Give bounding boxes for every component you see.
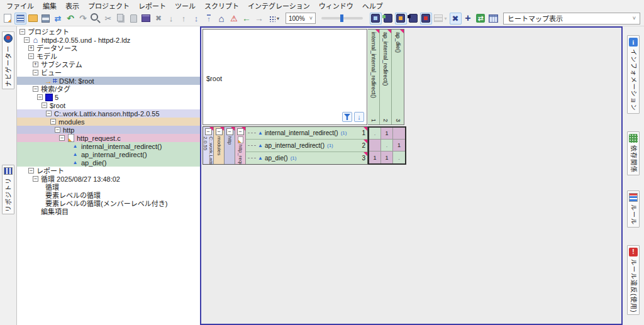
dsm-row-header[interactable]: ▲ap_die()(1)3 <box>246 152 367 164</box>
dsm-column-header[interactable]: ap_die()3 <box>392 30 404 124</box>
tree-item[interactable]: 要素レベルの循環(メンバーレベル付き) <box>17 199 200 207</box>
dsm-cell[interactable]: . <box>381 140 393 151</box>
tree-expander-icon[interactable]: − <box>46 111 52 116</box>
tree-expander-icon[interactable]: − <box>37 94 43 100</box>
tree-item[interactable]: 循環 <box>17 183 200 191</box>
go-back-icon[interactable] <box>241 13 253 25</box>
refresh-icon[interactable] <box>52 13 64 25</box>
dsm-group-column[interactable]: −modules <box>214 127 225 164</box>
tree-expander-icon[interactable]: − <box>55 127 60 133</box>
tree-item[interactable]: −modules <box>17 118 200 126</box>
cut-icon[interactable] <box>103 13 114 25</box>
tree-expander-icon[interactable]: − <box>33 176 38 182</box>
dsm-cell[interactable]: . <box>393 151 405 163</box>
menu-item-2[interactable]: 表示 <box>61 0 84 11</box>
tree-item[interactable]: +データソース <box>17 44 200 52</box>
tree-item[interactable]: −ビュー <box>17 69 200 77</box>
tree-item[interactable]: ap_die() <box>17 158 200 167</box>
zoom-select[interactable]: 100% ˅ <box>286 13 316 24</box>
left-tab-ナビゲーター[interactable]: ナビゲーター <box>2 31 14 89</box>
tree-item[interactable]: −$root <box>17 101 200 109</box>
violations-warning-icon[interactable] <box>228 13 240 25</box>
right-tab-依存関係[interactable]: 依存関係 <box>627 131 640 175</box>
tree-item[interactable]: −プロジェクト <box>17 28 200 36</box>
tree-item[interactable]: internal_internal_redirect() <box>17 142 200 150</box>
show-targets-icon[interactable] <box>395 13 407 25</box>
dsm-root-box[interactable]: $root <box>203 29 367 125</box>
move-up-icon[interactable] <box>178 13 190 25</box>
zoom-slider-thumb[interactable] <box>340 14 343 22</box>
filter-button[interactable] <box>342 112 352 122</box>
dsm-column-header[interactable]: ap_internal_redirect()2 <box>380 30 392 124</box>
home-icon[interactable] <box>216 13 228 25</box>
tree-item[interactable]: −モデル <box>17 52 200 60</box>
tree-expander-icon[interactable]: + <box>28 45 34 51</box>
tree-expander-icon[interactable]: − <box>42 102 47 108</box>
tree-expander-icon[interactable]: − <box>33 70 38 75</box>
show-sources-icon[interactable] <box>382 13 394 25</box>
tree-item[interactable]: −C:.work.Lattix.hanson.httpd-2.0.55 <box>17 109 200 118</box>
dsm-row-header[interactable]: ▲ap_internal_redirect()(1)2 <box>246 140 367 152</box>
tree-item[interactable]: −検索/タグ <box>17 85 200 93</box>
show-violation-cells-icon[interactable] <box>420 13 432 25</box>
tree-item[interactable]: 要素レベルの循環 <box>17 191 200 199</box>
tree-expander-icon[interactable]: − <box>24 37 30 43</box>
new-window-icon[interactable] <box>140 13 152 25</box>
copy-icon[interactable] <box>115 13 127 25</box>
tree-expander-icon[interactable]: + <box>33 62 38 67</box>
grid-options-icon[interactable] <box>433 13 449 25</box>
tree-item[interactable]: ap_internal_redirect() <box>17 150 200 158</box>
expand-all-icon[interactable] <box>462 13 474 25</box>
menu-item-6[interactable]: スクリプト <box>200 0 243 11</box>
search-icon[interactable] <box>90 13 102 25</box>
save-icon[interactable] <box>40 13 52 25</box>
menu-item-5[interactable]: ツール <box>170 0 200 11</box>
tree-item[interactable]: −循環 2025/08/27 13:48:02 <box>17 175 200 183</box>
tree-expander-icon[interactable]: − <box>33 86 38 92</box>
menu-item-4[interactable]: レポート <box>134 0 170 11</box>
open-project-icon[interactable] <box>27 13 39 25</box>
dsm-group-column[interactable]: −http <box>225 127 235 164</box>
redo-icon[interactable] <box>77 13 89 25</box>
tree-item[interactable]: −httpd-2.0.55.und - httpd-2.ldz <box>17 36 200 44</box>
show-all-icon[interactable] <box>370 13 382 25</box>
tree-item[interactable]: +サブシステム <box>17 60 200 69</box>
dsm-cell[interactable]: 1 <box>393 140 405 151</box>
move-down-icon[interactable] <box>165 13 177 25</box>
menu-item-9[interactable]: ヘルプ <box>358 0 387 11</box>
paste-icon[interactable] <box>128 13 140 25</box>
swap-icon[interactable] <box>475 13 487 25</box>
dsm-group-column[interactable]: −C:.work.Lattix.hanson.httpd-2.0.55 <box>203 127 214 164</box>
jump-down-button[interactable] <box>354 112 364 122</box>
properties-list-icon[interactable] <box>14 13 26 25</box>
partition-grid-icon[interactable] <box>266 13 282 25</box>
tree-item[interactable]: DSM: $root <box>17 77 200 85</box>
dsm-cell[interactable]: 1 <box>381 151 393 163</box>
menu-item-1[interactable]: 編集 <box>38 0 61 11</box>
clear-selection-icon[interactable] <box>450 13 462 25</box>
go-forward-icon[interactable] <box>253 13 265 25</box>
tree-item[interactable]: −http_request.c <box>17 134 200 142</box>
dsm-cell[interactable] <box>393 128 405 140</box>
tree-expander-icon[interactable]: − <box>28 53 34 59</box>
dsm-row-header[interactable]: ▲internal_internal_redirect()(1)1 <box>246 127 367 140</box>
undo-icon[interactable] <box>65 13 77 25</box>
dsm-column-header[interactable]: internal_internal_redirect()1 <box>368 30 380 124</box>
menu-item-7[interactable]: インテグレーション <box>243 0 314 11</box>
dsm-cell[interactable] <box>369 140 381 151</box>
dsm-group-column[interactable]: −http_request.c <box>235 127 246 164</box>
menu-item-3[interactable]: プロジェクト <box>84 0 134 11</box>
left-tab-リポジトリ[interactable]: リポジトリ <box>2 165 14 214</box>
tree-expander-icon[interactable]: − <box>50 119 56 124</box>
collapse-node-icon[interactable] <box>203 13 215 25</box>
tree-item[interactable]: −レポート <box>17 167 200 175</box>
dsm-cell[interactable]: . <box>369 128 381 140</box>
right-tab-ルール[interactable]: ルール <box>627 190 640 228</box>
tree-expander-icon[interactable]: − <box>59 135 65 141</box>
tree-item[interactable]: −http <box>17 126 200 134</box>
delete-icon[interactable] <box>153 13 165 25</box>
menu-item-0[interactable]: ファイル <box>2 0 38 11</box>
new-file-icon[interactable] <box>2 13 14 25</box>
metrics-table-icon[interactable] <box>487 13 499 25</box>
expand-node-icon[interactable] <box>191 13 203 25</box>
